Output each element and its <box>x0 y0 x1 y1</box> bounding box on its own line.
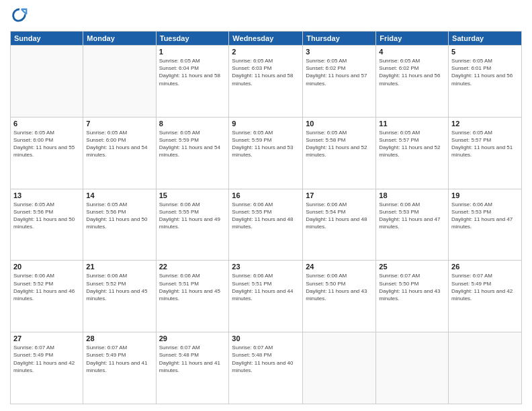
day-info: Sunrise: 6:06 AM Sunset: 5:55 PM Dayligh… <box>232 201 300 231</box>
calendar-table: SundayMondayTuesdayWednesdayThursdayFrid… <box>10 31 522 404</box>
day-number: 17 <box>306 191 373 199</box>
day-number: 19 <box>451 191 519 199</box>
day-number: 29 <box>159 334 226 342</box>
calendar-week-row: 27Sunrise: 6:07 AM Sunset: 5:49 PM Dayli… <box>11 332 522 404</box>
logo <box>10 7 32 26</box>
day-info: Sunrise: 6:05 AM Sunset: 5:59 PM Dayligh… <box>159 129 226 159</box>
day-number: 14 <box>86 191 152 199</box>
day-number: 23 <box>232 263 300 271</box>
calendar-cell: 3Sunrise: 6:05 AM Sunset: 6:02 PM Daylig… <box>303 46 376 118</box>
day-info: Sunrise: 6:06 AM Sunset: 5:51 PM Dayligh… <box>159 272 226 302</box>
calendar-week-row: 13Sunrise: 6:05 AM Sunset: 5:56 PM Dayli… <box>11 189 522 261</box>
day-info: Sunrise: 6:07 AM Sunset: 5:50 PM Dayligh… <box>379 272 445 302</box>
day-number: 13 <box>13 191 80 199</box>
day-info: Sunrise: 6:05 AM Sunset: 6:02 PM Dayligh… <box>379 57 445 87</box>
day-info: Sunrise: 6:07 AM Sunset: 5:49 PM Dayligh… <box>451 272 519 302</box>
day-number: 5 <box>451 48 519 56</box>
day-number: 10 <box>306 120 373 128</box>
weekday-header-monday: Monday <box>83 32 156 46</box>
calendar-cell: 19Sunrise: 6:06 AM Sunset: 5:53 PM Dayli… <box>449 189 522 261</box>
day-number: 8 <box>159 120 226 128</box>
weekday-header-saturday: Saturday <box>449 32 522 46</box>
day-info: Sunrise: 6:05 AM Sunset: 5:56 PM Dayligh… <box>86 201 152 231</box>
day-number: 2 <box>232 48 300 56</box>
calendar-cell: 15Sunrise: 6:06 AM Sunset: 5:55 PM Dayli… <box>156 189 229 261</box>
day-info: Sunrise: 6:06 AM Sunset: 5:50 PM Dayligh… <box>306 272 373 302</box>
calendar-cell: 26Sunrise: 6:07 AM Sunset: 5:49 PM Dayli… <box>449 261 522 332</box>
day-info: Sunrise: 6:07 AM Sunset: 5:48 PM Dayligh… <box>159 344 226 374</box>
header <box>10 7 522 26</box>
calendar-cell: 27Sunrise: 6:07 AM Sunset: 5:49 PM Dayli… <box>11 332 83 404</box>
day-info: Sunrise: 6:06 AM Sunset: 5:52 PM Dayligh… <box>86 272 152 302</box>
day-number: 16 <box>232 191 300 199</box>
calendar-cell: 14Sunrise: 6:05 AM Sunset: 5:56 PM Dayli… <box>83 189 156 261</box>
calendar-cell: 30Sunrise: 6:07 AM Sunset: 5:48 PM Dayli… <box>229 332 303 404</box>
calendar-cell <box>11 46 83 118</box>
calendar-cell: 28Sunrise: 6:07 AM Sunset: 5:49 PM Dayli… <box>83 332 156 404</box>
day-number: 7 <box>86 120 152 128</box>
day-info: Sunrise: 6:06 AM Sunset: 5:54 PM Dayligh… <box>306 201 373 231</box>
weekday-header-thursday: Thursday <box>303 32 376 46</box>
page: SundayMondayTuesdayWednesdayThursdayFrid… <box>0 0 532 411</box>
day-number: 25 <box>379 263 445 271</box>
day-info: Sunrise: 6:07 AM Sunset: 5:49 PM Dayligh… <box>86 344 152 374</box>
day-number: 4 <box>379 48 445 56</box>
day-info: Sunrise: 6:05 AM Sunset: 6:03 PM Dayligh… <box>232 57 300 87</box>
day-number: 22 <box>159 263 226 271</box>
calendar-cell: 4Sunrise: 6:05 AM Sunset: 6:02 PM Daylig… <box>376 46 449 118</box>
day-info: Sunrise: 6:05 AM Sunset: 6:02 PM Dayligh… <box>306 57 373 87</box>
weekday-header-tuesday: Tuesday <box>156 32 229 46</box>
calendar-cell <box>303 332 376 404</box>
calendar-week-row: 6Sunrise: 6:05 AM Sunset: 6:00 PM Daylig… <box>11 117 522 189</box>
day-number: 24 <box>306 263 373 271</box>
day-info: Sunrise: 6:06 AM Sunset: 5:55 PM Dayligh… <box>159 201 226 231</box>
calendar-cell <box>376 332 449 404</box>
day-number: 27 <box>13 334 80 342</box>
calendar-cell: 16Sunrise: 6:06 AM Sunset: 5:55 PM Dayli… <box>229 189 303 261</box>
day-number: 21 <box>86 263 152 271</box>
day-info: Sunrise: 6:05 AM Sunset: 6:00 PM Dayligh… <box>13 129 80 159</box>
weekday-header-sunday: Sunday <box>11 32 83 46</box>
day-info: Sunrise: 6:05 AM Sunset: 5:57 PM Dayligh… <box>379 129 445 159</box>
day-number: 28 <box>86 334 152 342</box>
calendar-cell: 12Sunrise: 6:05 AM Sunset: 5:57 PM Dayli… <box>449 117 522 189</box>
calendar-cell: 5Sunrise: 6:05 AM Sunset: 6:01 PM Daylig… <box>449 46 522 118</box>
day-info: Sunrise: 6:05 AM Sunset: 5:57 PM Dayligh… <box>451 129 519 159</box>
day-number: 11 <box>379 120 445 128</box>
day-number: 18 <box>379 191 445 199</box>
day-number: 6 <box>13 120 80 128</box>
day-info: Sunrise: 6:05 AM Sunset: 6:04 PM Dayligh… <box>159 57 226 87</box>
day-number: 12 <box>451 120 519 128</box>
weekday-header-row: SundayMondayTuesdayWednesdayThursdayFrid… <box>11 32 522 46</box>
day-number: 3 <box>306 48 373 56</box>
day-info: Sunrise: 6:05 AM Sunset: 5:56 PM Dayligh… <box>13 201 80 231</box>
calendar-cell: 11Sunrise: 6:05 AM Sunset: 5:57 PM Dayli… <box>376 117 449 189</box>
calendar-cell: 18Sunrise: 6:06 AM Sunset: 5:53 PM Dayli… <box>376 189 449 261</box>
day-number: 1 <box>159 48 226 56</box>
calendar-cell: 17Sunrise: 6:06 AM Sunset: 5:54 PM Dayli… <box>303 189 376 261</box>
day-info: Sunrise: 6:05 AM Sunset: 6:01 PM Dayligh… <box>451 57 519 87</box>
day-number: 9 <box>232 120 300 128</box>
calendar-cell: 20Sunrise: 6:06 AM Sunset: 5:52 PM Dayli… <box>11 261 83 332</box>
calendar-cell: 6Sunrise: 6:05 AM Sunset: 6:00 PM Daylig… <box>11 117 83 189</box>
logo-icon <box>10 7 29 26</box>
calendar-cell: 10Sunrise: 6:05 AM Sunset: 5:58 PM Dayli… <box>303 117 376 189</box>
calendar-cell: 22Sunrise: 6:06 AM Sunset: 5:51 PM Dayli… <box>156 261 229 332</box>
day-number: 20 <box>13 263 80 271</box>
day-number: 26 <box>451 263 519 271</box>
calendar-week-row: 1Sunrise: 6:05 AM Sunset: 6:04 PM Daylig… <box>11 46 522 118</box>
calendar-cell: 24Sunrise: 6:06 AM Sunset: 5:50 PM Dayli… <box>303 261 376 332</box>
calendar-cell: 23Sunrise: 6:06 AM Sunset: 5:51 PM Dayli… <box>229 261 303 332</box>
day-info: Sunrise: 6:06 AM Sunset: 5:53 PM Dayligh… <box>451 201 519 231</box>
day-number: 30 <box>232 334 300 342</box>
calendar-cell: 25Sunrise: 6:07 AM Sunset: 5:50 PM Dayli… <box>376 261 449 332</box>
calendar-cell: 2Sunrise: 6:05 AM Sunset: 6:03 PM Daylig… <box>229 46 303 118</box>
day-info: Sunrise: 6:05 AM Sunset: 5:58 PM Dayligh… <box>306 129 373 159</box>
calendar-cell: 1Sunrise: 6:05 AM Sunset: 6:04 PM Daylig… <box>156 46 229 118</box>
day-info: Sunrise: 6:06 AM Sunset: 5:52 PM Dayligh… <box>13 272 80 302</box>
calendar-cell: 29Sunrise: 6:07 AM Sunset: 5:48 PM Dayli… <box>156 332 229 404</box>
calendar-cell: 7Sunrise: 6:05 AM Sunset: 6:00 PM Daylig… <box>83 117 156 189</box>
calendar-cell <box>449 332 522 404</box>
day-info: Sunrise: 6:06 AM Sunset: 5:53 PM Dayligh… <box>379 201 445 231</box>
day-info: Sunrise: 6:06 AM Sunset: 5:51 PM Dayligh… <box>232 272 300 302</box>
